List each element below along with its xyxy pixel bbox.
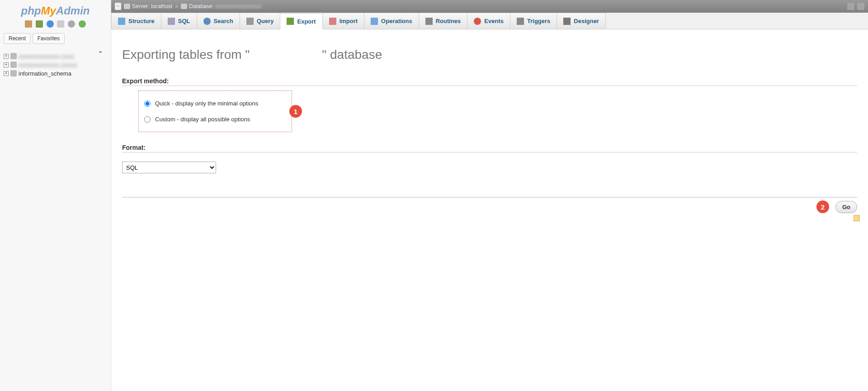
query-icon — [246, 18, 254, 25]
format-select[interactable]: SQL — [122, 162, 216, 173]
breadcrumb-server-value: localhost — [151, 3, 172, 10]
export-method-label: Export method: — [122, 77, 857, 86]
logo-part-my: My — [41, 5, 56, 17]
tab-routines[interactable]: Routines — [419, 13, 468, 29]
content-area: Exporting tables from "" database Export… — [111, 29, 868, 221]
radio-quick-label: Quick - display only the minimal options — [155, 100, 258, 107]
db-node[interactable]: + xxxxxxxxxxxxxx (xxxx) — [4, 61, 107, 69]
server-icon — [124, 4, 130, 9]
events-icon — [474, 18, 481, 25]
annotation-badge-1: 1 — [289, 105, 302, 118]
format-section: Format: SQL — [122, 144, 857, 173]
breadcrumb-server[interactable]: Server: localhost — [132, 3, 172, 10]
database-icon — [10, 53, 17, 59]
logo-part-php: php — [21, 5, 41, 17]
designer-icon — [563, 18, 571, 25]
radio-quick-input[interactable] — [144, 100, 151, 107]
operations-icon — [371, 18, 378, 25]
settings-icon[interactable] — [68, 20, 75, 28]
tab-label: Export — [297, 18, 316, 25]
db-node[interactable]: + information_schema — [4, 69, 107, 78]
structure-icon — [118, 18, 125, 25]
routines-icon — [425, 18, 433, 25]
database-tree: + xxxxxxxxxxxxxx (xxx) + xxxxxxxxxxxxxx … — [0, 46, 111, 78]
tab-recent[interactable]: Recent — [4, 33, 31, 44]
search-icon — [203, 18, 211, 25]
breadcrumb-database-value-blurred: xxxxxxxxxxxxxxxxx — [215, 3, 261, 10]
tab-query[interactable]: Query — [240, 13, 281, 29]
export-method-wrap: Quick - display only the minimal options… — [122, 91, 857, 132]
radio-custom-label: Custom - display all possible options — [155, 116, 250, 123]
tab-label: Structure — [128, 18, 155, 24]
breadcrumb-right-icons — [847, 3, 864, 10]
page-settings-icon[interactable] — [847, 3, 854, 10]
export-icon — [287, 18, 294, 25]
panel-link-icon[interactable]: ⚭ — [98, 49, 105, 53]
db-label: information_schema — [19, 70, 71, 77]
tab-label: Query — [257, 18, 274, 24]
tab-designer[interactable]: Designer — [557, 13, 606, 29]
logout-icon[interactable] — [36, 20, 43, 28]
database-icon — [10, 62, 17, 68]
tab-favorites[interactable]: Favorites — [33, 33, 65, 44]
tab-search[interactable]: Search — [197, 13, 240, 29]
logo-part-admin: Admin — [56, 5, 90, 17]
tab-export[interactable]: Export — [280, 13, 322, 29]
page-title: Exporting tables from "" database — [122, 48, 857, 62]
db-node[interactable]: + xxxxxxxxxxxxxx (xxx) — [4, 52, 107, 61]
database-icon — [10, 70, 17, 76]
breadcrumb-database-label: Database: — [189, 3, 214, 10]
tab-label: Triggers — [527, 18, 550, 24]
sql-icon — [168, 18, 175, 25]
title-prefix: Exporting tables from " — [122, 48, 250, 62]
sidebar: phpMyAdmin Recent Favorites ⚭ + xxxxxxxx… — [0, 0, 111, 221]
docs-icon[interactable] — [57, 20, 64, 28]
tab-triggers[interactable]: Triggers — [510, 13, 557, 29]
title-suffix: " database — [322, 48, 382, 62]
tab-import[interactable]: Import — [323, 13, 364, 29]
db-label-blurred: xxxxxxxxxxxxxx (xxx) — [19, 53, 74, 60]
breadcrumb-collapse-icon[interactable]: ← — [115, 3, 121, 10]
tab-label: Events — [484, 18, 504, 24]
expand-icon[interactable]: + — [4, 54, 9, 59]
export-method-radiogroup: Quick - display only the minimal options… — [138, 91, 292, 132]
go-button[interactable]: Go — [835, 201, 857, 213]
radio-quick[interactable]: Quick - display only the minimal options — [144, 100, 272, 107]
tab-events[interactable]: Events — [467, 13, 510, 29]
tab-label: Operations — [381, 18, 412, 24]
breadcrumb-database[interactable]: Database: xxxxxxxxxxxxxxxxx — [189, 3, 261, 10]
breadcrumb-sep: » — [175, 3, 178, 10]
nav-tabs: Structure SQL Search Query Export Import… — [111, 13, 868, 29]
phpmyadmin-logo[interactable]: phpMyAdmin — [0, 0, 111, 18]
breadcrumb-server-label: Server: — [132, 3, 150, 10]
triggers-icon — [517, 18, 524, 25]
sidebar-tabs: Recent Favorites — [0, 31, 111, 46]
tab-label: SQL — [178, 18, 190, 24]
tab-label: Routines — [436, 18, 461, 24]
breadcrumb: ← Server: localhost » Database: xxxxxxxx… — [111, 0, 868, 13]
expand-icon[interactable]: + — [4, 71, 9, 76]
annotation-badge-2: 2 — [816, 200, 829, 213]
tab-sql[interactable]: SQL — [161, 13, 197, 29]
page-collapse-icon[interactable] — [857, 3, 864, 10]
sticky-note-icon[interactable] — [854, 215, 860, 221]
theme-icon[interactable] — [47, 20, 54, 28]
tab-label: Designer — [574, 18, 599, 24]
sidebar-icon-row — [0, 18, 111, 31]
expand-icon[interactable]: + — [4, 62, 9, 67]
database-icon — [181, 4, 187, 9]
footer-row: 2 Go — [122, 197, 857, 213]
tab-structure[interactable]: Structure — [111, 13, 161, 29]
radio-custom[interactable]: Custom - display all possible options — [144, 116, 272, 123]
home-icon[interactable] — [25, 20, 32, 28]
format-label: Format: — [122, 144, 857, 153]
main-panel: ← Server: localhost » Database: xxxxxxxx… — [111, 0, 868, 221]
tab-label: Import — [340, 18, 358, 24]
tab-operations[interactable]: Operations — [364, 13, 419, 29]
import-icon — [329, 18, 336, 25]
db-label-blurred: xxxxxxxxxxxxxx (xxxx) — [19, 62, 77, 68]
radio-custom-input[interactable] — [144, 116, 151, 123]
tab-label: Search — [214, 18, 233, 24]
reload-icon[interactable] — [79, 20, 86, 28]
